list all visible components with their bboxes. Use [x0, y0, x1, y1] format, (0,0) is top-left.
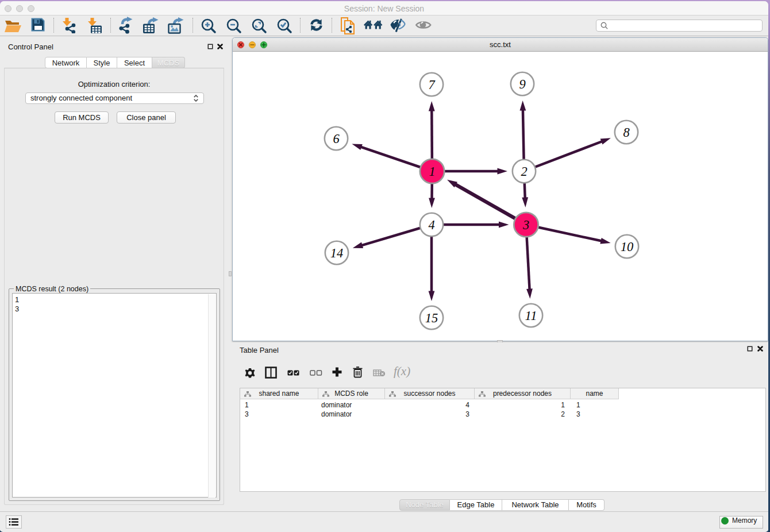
svg-text:14: 14: [330, 246, 344, 260]
svg-text:4: 4: [428, 218, 434, 232]
svg-text:15: 15: [425, 311, 438, 325]
svg-text:7: 7: [428, 78, 436, 92]
svg-text:10: 10: [621, 240, 634, 254]
svg-text:9: 9: [519, 77, 525, 91]
svg-text:11: 11: [525, 309, 537, 323]
svg-text:6: 6: [333, 132, 340, 146]
svg-text:2: 2: [521, 164, 527, 179]
svg-text:8: 8: [623, 125, 629, 140]
svg-text:1: 1: [429, 164, 435, 179]
svg-text:3: 3: [522, 218, 529, 232]
